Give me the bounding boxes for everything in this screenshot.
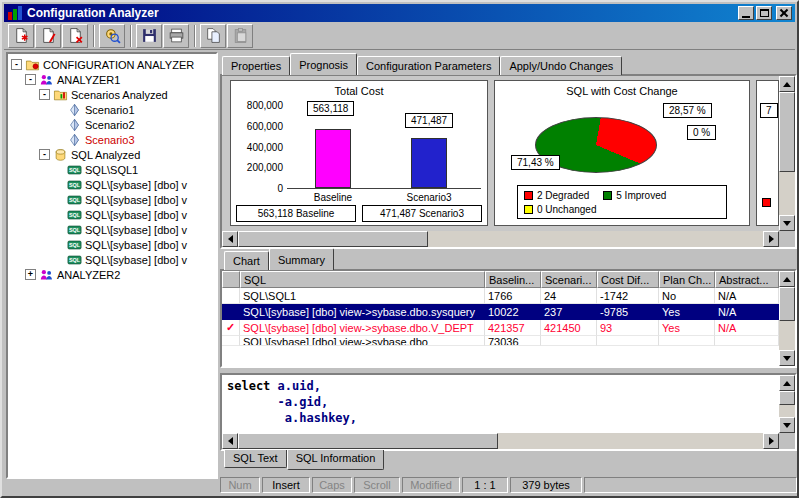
close-button[interactable]	[776, 6, 792, 20]
table-row-partial[interactable]: SQL\[sybase] [dbo] view->sybase.dbo73036	[222, 336, 779, 346]
partial-label: 7	[760, 103, 778, 118]
new-report-button[interactable]	[8, 24, 34, 48]
table-vertical-scrollbar[interactable]	[779, 271, 795, 366]
scroll-right-button[interactable]	[763, 231, 779, 247]
column-header-sql[interactable]: SQL	[240, 271, 485, 288]
column-header-cost-diff[interactable]: Cost Dif...	[597, 271, 659, 288]
tab-sql-information[interactable]: SQL Information	[287, 450, 385, 470]
copy-button[interactable]	[200, 24, 226, 48]
tree-item-scenario1[interactable]: Scenario1	[9, 102, 215, 117]
print-button[interactable]	[163, 24, 189, 48]
column-header-baseline[interactable]: Baselin...	[485, 271, 541, 288]
sql-badge-icon	[67, 163, 82, 177]
tab-chart[interactable]: Chart	[224, 251, 269, 270]
tab-summary[interactable]: Summary	[269, 248, 334, 270]
delete-report-icon	[67, 27, 84, 44]
status-modified: Modified	[402, 477, 460, 493]
charts-vertical-scrollbar[interactable]	[779, 76, 795, 231]
toolbar-separator	[194, 25, 196, 47]
scroll-up-button[interactable]	[779, 375, 795, 391]
minimize-button[interactable]	[738, 6, 754, 20]
bar-value-label: 471,487	[405, 113, 453, 128]
tab-apply-undo-changes[interactable]: Apply/Undo Changes	[500, 56, 622, 75]
scroll-thumb[interactable]	[779, 92, 795, 172]
tree-toggle[interactable]: -	[25, 74, 36, 85]
main-tabs: Properties Prognosis Configuration Param…	[222, 53, 622, 75]
table-row-selected[interactable]: SQL\[sybase] [dbo] view->sybase.dbo.sysq…	[222, 304, 779, 320]
save-button[interactable]	[136, 24, 162, 48]
charts-view: Total Cost 800,000 600,000 400,000 200,0…	[222, 76, 779, 231]
tree-item-sql[interactable]: SQL\[sybase] [dbo] v	[9, 237, 215, 252]
scroll-down-button[interactable]	[779, 417, 795, 433]
column-header-abstract[interactable]: Abstract...	[715, 271, 779, 288]
paste-button	[227, 24, 253, 48]
prognosis-charts-panel: Total Cost 800,000 600,000 400,000 200,0…	[220, 74, 797, 249]
report-wizard-icon	[40, 27, 57, 44]
report-wizard-button[interactable]	[35, 24, 61, 48]
scroll-right-button[interactable]	[763, 433, 779, 449]
tab-prognosis[interactable]: Prognosis	[290, 53, 357, 75]
tree-item-sql[interactable]: SQL\[sybase] [dbo] v	[9, 192, 215, 207]
column-header-scenario[interactable]: Scenari...	[541, 271, 597, 288]
tree-item-sql[interactable]: SQL\SQL1	[9, 162, 215, 177]
tree-toggle[interactable]: +	[25, 269, 36, 280]
tree-toggle[interactable]: -	[11, 59, 22, 70]
tab-properties[interactable]: Properties	[222, 56, 290, 75]
tree-item-scenario3[interactable]: Scenario3	[9, 132, 215, 147]
tree-item-scenario2[interactable]: Scenario2	[9, 117, 215, 132]
tree-item-label: Scenario3	[85, 134, 135, 146]
charts-horizontal-scrollbar[interactable]	[222, 231, 779, 247]
titlebar[interactable]: Configuration Analyzer	[4, 4, 795, 22]
tab-sql-text[interactable]: SQL Text	[224, 450, 287, 468]
scroll-up-button[interactable]	[779, 271, 795, 287]
paste-icon	[232, 27, 249, 44]
tab-configuration-parameters[interactable]: Configuration Parameters	[357, 56, 500, 75]
tree-item-sql[interactable]: SQL\[sybase] [dbo] v	[9, 207, 215, 222]
scroll-left-button[interactable]	[222, 231, 238, 247]
scroll-thumb[interactable]	[238, 433, 498, 449]
tree-toggle[interactable]: -	[39, 89, 50, 100]
legend-swatch-degraded	[524, 191, 533, 200]
tree-item-sql[interactable]: SQL\[sybase] [dbo] v	[9, 222, 215, 237]
tree-item-sql-analyzed[interactable]: -SQL Analyzed	[9, 147, 215, 162]
bar-baseline	[315, 129, 351, 188]
scroll-down-button[interactable]	[779, 350, 795, 366]
tree-toggle[interactable]: -	[39, 149, 50, 160]
bar-value-label: 563,118	[307, 101, 354, 116]
delete-report-button[interactable]	[62, 24, 88, 48]
table-row-flagged[interactable]: ✓SQL\[sybase] [dbo] view->sybase.dbo.V_D…	[222, 320, 779, 336]
table-header-row: SQL Baselin... Scenari... Cost Dif... Pl…	[222, 271, 779, 288]
scroll-thumb[interactable]	[779, 287, 795, 321]
column-header-marker[interactable]	[222, 271, 240, 288]
tree-item-label: Scenarios Analyzed	[71, 89, 168, 101]
scenario-icon	[67, 103, 82, 117]
chart-title: Total Cost	[231, 81, 487, 97]
scroll-up-button[interactable]	[779, 76, 795, 92]
scroll-thumb[interactable]	[238, 231, 428, 247]
scroll-left-button[interactable]	[222, 433, 238, 449]
tree-item-analyzer1[interactable]: -ANALYZER1	[9, 72, 215, 87]
legend-swatch-improved	[603, 191, 612, 200]
maximize-button[interactable]	[756, 6, 772, 20]
sql-editor[interactable]: select a.uid, -a.gid, a.hashkey,	[222, 375, 779, 433]
copy-icon	[205, 27, 222, 44]
sql-vertical-scrollbar[interactable]	[779, 375, 795, 433]
analyzer-tree[interactable]: -CONFIGURATION ANALYZER -ANALYZER1 -Scen…	[6, 52, 218, 479]
tree-item-sql[interactable]: SQL\[sybase] [dbo] v	[9, 177, 215, 192]
tree-item-scenarios-analyzed[interactable]: -Scenarios Analyzed	[9, 87, 215, 102]
legend-swatch	[762, 198, 771, 207]
scroll-down-button[interactable]	[779, 215, 795, 231]
sql-badge-icon	[67, 238, 82, 252]
sql-badge-icon	[67, 208, 82, 222]
tree-item-label: SQL Analyzed	[71, 149, 140, 161]
sql-horizontal-scrollbar[interactable]	[222, 433, 779, 449]
analyze-button[interactable]	[99, 24, 125, 48]
tree-item-analyzer2[interactable]: +ANALYZER2	[9, 267, 215, 282]
analyzer-icon	[39, 268, 54, 282]
x-axis-label: Scenario3	[393, 192, 465, 203]
scroll-thumb[interactable]	[779, 391, 795, 405]
tree-item-configuration-analyzer[interactable]: -CONFIGURATION ANALYZER	[9, 57, 215, 72]
table-row[interactable]: SQL\SQL1176624-1742NoN/A	[222, 288, 779, 304]
column-header-plan-change[interactable]: Plan Ch...	[659, 271, 715, 288]
tree-item-sql[interactable]: SQL\[sybase] [dbo] v	[9, 252, 215, 267]
